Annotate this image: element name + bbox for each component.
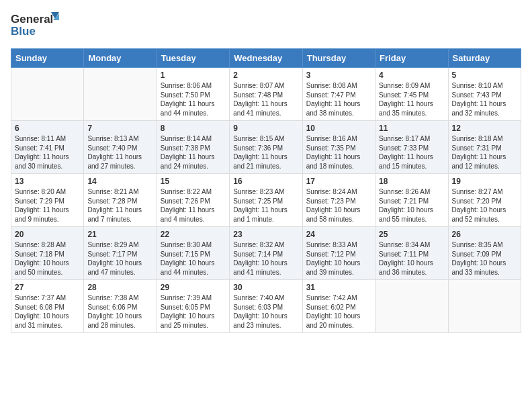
calendar-day-cell: 15Sunrise: 8:22 AM Sunset: 7:26 PM Dayli… [157, 174, 229, 227]
calendar-day-cell: 17Sunrise: 8:24 AM Sunset: 7:23 PM Dayli… [302, 174, 375, 227]
weekday-header-sunday: Sunday [11, 49, 84, 68]
day-number: 11 [379, 124, 444, 133]
day-number: 12 [452, 124, 517, 133]
day-info: Sunrise: 8:28 AM Sunset: 7:18 PM Dayligh… [15, 240, 80, 277]
calendar-day-cell: 8Sunrise: 8:14 AM Sunset: 7:38 PM Daylig… [157, 121, 229, 174]
day-number: 19 [452, 177, 517, 186]
day-info: Sunrise: 8:09 AM Sunset: 7:45 PM Dayligh… [379, 81, 444, 118]
weekday-header-thursday: Thursday [302, 49, 375, 68]
day-number: 1 [161, 71, 226, 80]
day-info: Sunrise: 8:07 AM Sunset: 7:48 PM Dayligh… [233, 81, 298, 118]
calendar-day-cell: 7Sunrise: 8:13 AM Sunset: 7:40 PM Daylig… [84, 121, 157, 174]
day-info: Sunrise: 8:35 AM Sunset: 7:09 PM Dayligh… [452, 240, 517, 277]
day-info: Sunrise: 8:29 AM Sunset: 7:17 PM Dayligh… [87, 240, 152, 277]
weekday-header-row: SundayMondayTuesdayWednesdayThursdayFrid… [11, 49, 521, 68]
calendar-day-cell: 18Sunrise: 8:26 AM Sunset: 7:21 PM Dayli… [375, 174, 448, 227]
day-info: Sunrise: 8:14 AM Sunset: 7:38 PM Dayligh… [161, 134, 226, 171]
day-info: Sunrise: 8:30 AM Sunset: 7:15 PM Dayligh… [161, 240, 226, 277]
day-info: Sunrise: 7:38 AM Sunset: 6:06 PM Dayligh… [87, 293, 152, 330]
day-number: 30 [233, 283, 298, 292]
day-number: 4 [379, 71, 444, 80]
calendar-day-cell: 4Sunrise: 8:09 AM Sunset: 7:45 PM Daylig… [375, 68, 448, 121]
day-info: Sunrise: 7:37 AM Sunset: 6:08 PM Dayligh… [15, 293, 80, 330]
svg-text:General: General [11, 13, 53, 26]
calendar-day-cell: 1Sunrise: 8:06 AM Sunset: 7:50 PM Daylig… [157, 68, 229, 121]
calendar-day-cell: 31Sunrise: 7:42 AM Sunset: 6:02 PM Dayli… [302, 280, 375, 333]
day-info: Sunrise: 8:16 AM Sunset: 7:35 PM Dayligh… [306, 134, 371, 171]
weekday-header-tuesday: Tuesday [157, 49, 229, 68]
day-number: 23 [233, 230, 298, 239]
calendar-day-cell: 6Sunrise: 8:11 AM Sunset: 7:41 PM Daylig… [11, 121, 84, 174]
day-info: Sunrise: 8:33 AM Sunset: 7:12 PM Dayligh… [306, 240, 371, 277]
day-info: Sunrise: 8:23 AM Sunset: 7:25 PM Dayligh… [233, 187, 298, 224]
day-info: Sunrise: 7:42 AM Sunset: 6:02 PM Dayligh… [306, 293, 371, 330]
weekday-header-wednesday: Wednesday [230, 49, 302, 68]
calendar-week-row: 27Sunrise: 7:37 AM Sunset: 6:08 PM Dayli… [11, 280, 521, 333]
calendar-day-cell: 5Sunrise: 8:10 AM Sunset: 7:43 PM Daylig… [448, 68, 521, 121]
day-number: 21 [87, 230, 152, 239]
calendar-week-row: 6Sunrise: 8:11 AM Sunset: 7:41 PM Daylig… [11, 121, 521, 174]
day-info: Sunrise: 8:32 AM Sunset: 7:14 PM Dayligh… [233, 240, 298, 277]
day-number: 13 [15, 177, 80, 186]
day-number: 16 [233, 177, 298, 186]
day-number: 20 [15, 230, 80, 239]
day-info: Sunrise: 8:24 AM Sunset: 7:23 PM Dayligh… [306, 187, 371, 224]
calendar-day-cell: 22Sunrise: 8:30 AM Sunset: 7:15 PM Dayli… [157, 227, 229, 280]
day-info: Sunrise: 8:20 AM Sunset: 7:29 PM Dayligh… [15, 187, 80, 224]
day-number: 31 [306, 283, 371, 292]
day-number: 3 [306, 71, 371, 80]
day-info: Sunrise: 8:22 AM Sunset: 7:26 PM Dayligh… [161, 187, 226, 224]
day-number: 24 [306, 230, 371, 239]
calendar-day-cell: 20Sunrise: 8:28 AM Sunset: 7:18 PM Dayli… [11, 227, 84, 280]
calendar-week-row: 13Sunrise: 8:20 AM Sunset: 7:29 PM Dayli… [11, 174, 521, 227]
svg-text:Blue: Blue [11, 25, 36, 38]
day-number: 18 [379, 177, 444, 186]
calendar-week-row: 20Sunrise: 8:28 AM Sunset: 7:18 PM Dayli… [11, 227, 521, 280]
weekday-header-monday: Monday [84, 49, 157, 68]
day-number: 26 [452, 230, 517, 239]
logo-svg: GeneralBlue [11, 11, 64, 40]
day-info: Sunrise: 8:18 AM Sunset: 7:31 PM Dayligh… [452, 134, 517, 171]
day-info: Sunrise: 8:15 AM Sunset: 7:36 PM Dayligh… [233, 134, 298, 171]
weekday-header-saturday: Saturday [448, 49, 521, 68]
day-info: Sunrise: 8:27 AM Sunset: 7:20 PM Dayligh… [452, 187, 517, 224]
day-number: 2 [233, 71, 298, 80]
calendar-day-cell: 21Sunrise: 8:29 AM Sunset: 7:17 PM Dayli… [84, 227, 157, 280]
day-number: 10 [306, 124, 371, 133]
day-number: 22 [161, 230, 226, 239]
day-number: 8 [161, 124, 226, 133]
calendar-day-cell: 3Sunrise: 8:08 AM Sunset: 7:47 PM Daylig… [302, 68, 375, 121]
calendar-day-cell: 26Sunrise: 8:35 AM Sunset: 7:09 PM Dayli… [448, 227, 521, 280]
day-info: Sunrise: 8:06 AM Sunset: 7:50 PM Dayligh… [161, 81, 226, 118]
day-number: 25 [379, 230, 444, 239]
calendar-day-cell [375, 280, 448, 333]
day-info: Sunrise: 8:26 AM Sunset: 7:21 PM Dayligh… [379, 187, 444, 224]
logo: GeneralBlue [11, 11, 64, 40]
calendar-day-cell [84, 68, 157, 121]
calendar-day-cell: 11Sunrise: 8:17 AM Sunset: 7:33 PM Dayli… [375, 121, 448, 174]
calendar-day-cell: 23Sunrise: 8:32 AM Sunset: 7:14 PM Dayli… [230, 227, 302, 280]
day-number: 5 [452, 71, 517, 80]
day-number: 15 [161, 177, 226, 186]
calendar-day-cell [11, 68, 84, 121]
day-info: Sunrise: 8:11 AM Sunset: 7:41 PM Dayligh… [15, 134, 80, 171]
day-number: 6 [15, 124, 80, 133]
calendar-day-cell [448, 280, 521, 333]
day-info: Sunrise: 8:34 AM Sunset: 7:11 PM Dayligh… [379, 240, 444, 277]
day-info: Sunrise: 8:13 AM Sunset: 7:40 PM Dayligh… [87, 134, 152, 171]
day-number: 29 [161, 283, 226, 292]
calendar-day-cell: 12Sunrise: 8:18 AM Sunset: 7:31 PM Dayli… [448, 121, 521, 174]
day-info: Sunrise: 8:08 AM Sunset: 7:47 PM Dayligh… [306, 81, 371, 118]
calendar-day-cell: 2Sunrise: 8:07 AM Sunset: 7:48 PM Daylig… [230, 68, 302, 121]
day-number: 27 [15, 283, 80, 292]
day-info: Sunrise: 8:10 AM Sunset: 7:43 PM Dayligh… [452, 81, 517, 118]
calendar-day-cell: 16Sunrise: 8:23 AM Sunset: 7:25 PM Dayli… [230, 174, 302, 227]
day-info: Sunrise: 8:17 AM Sunset: 7:33 PM Dayligh… [379, 134, 444, 171]
calendar-day-cell: 27Sunrise: 7:37 AM Sunset: 6:08 PM Dayli… [11, 280, 84, 333]
page-header: GeneralBlue [11, 11, 521, 40]
calendar-day-cell: 14Sunrise: 8:21 AM Sunset: 7:28 PM Dayli… [84, 174, 157, 227]
day-info: Sunrise: 7:40 AM Sunset: 6:03 PM Dayligh… [233, 293, 298, 330]
calendar-week-row: 1Sunrise: 8:06 AM Sunset: 7:50 PM Daylig… [11, 68, 521, 121]
day-number: 28 [87, 283, 152, 292]
day-number: 17 [306, 177, 371, 186]
